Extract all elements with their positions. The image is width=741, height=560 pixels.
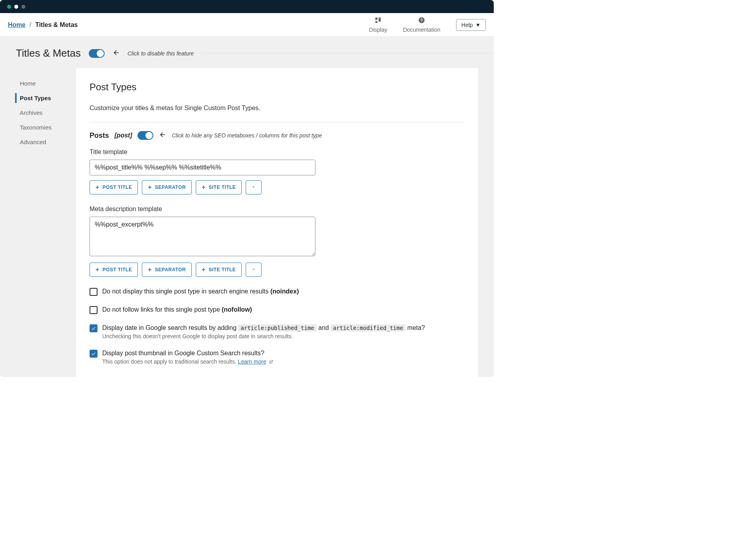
breadcrumb-current: Titles & Metas: [35, 21, 78, 29]
nofollow-checkbox-row: Do not follow links for this single post…: [90, 306, 464, 314]
svg-rect-1: [379, 17, 381, 22]
chevron-down-icon: ▼: [475, 22, 481, 28]
chip-label: POST TITLE: [103, 185, 132, 190]
posts-section-name: Posts: [90, 131, 109, 140]
date-code-published: article:published_time: [238, 324, 316, 331]
meta-description-label: Meta description template: [90, 206, 464, 213]
page-title: Titles & Metas: [16, 47, 81, 59]
date-checkbox-row: Display date in Google search results by…: [90, 324, 464, 339]
chip-label: SITE TITLE: [209, 185, 236, 190]
traffic-dot-green: [7, 5, 11, 9]
panel-divider: [90, 122, 464, 122]
sidenav-item-advanced[interactable]: Advanced: [0, 135, 76, 149]
help-icon: ?: [418, 17, 425, 25]
help-label: Help: [461, 22, 473, 28]
traffic-dot-grey: [21, 5, 25, 9]
svg-rect-2: [375, 21, 377, 23]
learn-more-link[interactable]: Learn more: [238, 358, 266, 365]
thumbnail-label: Display post thumbnail in Google Custom …: [102, 350, 273, 357]
noindex-checkbox[interactable]: [90, 288, 97, 296]
plus-icon: +: [202, 184, 206, 191]
noindex-label-text: Do not display this single post type in …: [102, 288, 270, 295]
chip-separator[interactable]: +SEPARATOR: [142, 180, 192, 194]
plus-icon: +: [148, 184, 152, 191]
posts-section-header: Posts [post] Click to hide any SEO metab…: [90, 131, 464, 140]
chip-expand[interactable]: [246, 263, 262, 277]
chip-label: POST TITLE: [103, 267, 132, 272]
toolbar-display-label: Display: [369, 27, 387, 33]
date-label-post: meta?: [405, 324, 425, 331]
chip-post-title[interactable]: +POST TITLE: [90, 263, 138, 277]
date-label-pre: Display date in Google search results by…: [102, 324, 238, 331]
title-chips: +POST TITLE +SEPARATOR +SITE TITLE: [90, 180, 464, 194]
thumbnail-checkbox[interactable]: [90, 350, 97, 358]
header-rule: [202, 53, 494, 53]
traffic-dot-white: [14, 5, 18, 9]
breadcrumb-home-link[interactable]: Home: [8, 21, 25, 29]
chip-label: SITE TITLE: [209, 267, 236, 272]
chevron-down-icon: [251, 185, 256, 190]
panel-description: Customize your titles & metas for Single…: [90, 105, 464, 112]
thumbnail-subnote: This option does not apply to traditiona…: [102, 358, 273, 365]
date-checkbox[interactable]: [90, 324, 97, 332]
sidenav-item-taxonomies[interactable]: Taxonomies: [0, 120, 76, 135]
nofollow-checkbox[interactable]: [90, 306, 97, 314]
window-titlebar: [0, 0, 494, 13]
chip-post-title[interactable]: +POST TITLE: [90, 180, 138, 194]
chip-label: SEPARATOR: [155, 267, 186, 272]
posts-toggle-hint: Click to hide any SEO metaboxes / column…: [172, 132, 322, 139]
display-icon: [374, 17, 382, 25]
arrow-left-icon: [113, 49, 120, 58]
plus-icon: +: [95, 184, 99, 191]
noindex-checkbox-row: Do not display this single post type in …: [90, 288, 464, 296]
nofollow-label-text: Do not follow links for this single post…: [102, 306, 222, 313]
chip-label: SEPARATOR: [155, 185, 186, 190]
help-dropdown-button[interactable]: Help ▼: [456, 19, 486, 31]
meta-chips: +POST TITLE +SEPARATOR +SITE TITLE: [90, 263, 464, 277]
external-link-icon: [268, 358, 273, 365]
main-panel: Post Types Customize your titles & metas…: [76, 68, 478, 377]
nofollow-label-bold: (nofollow): [222, 306, 252, 313]
toolbar: Home / Titles & Metas Display ? Document…: [0, 13, 494, 37]
noindex-label-bold: (noindex): [270, 288, 299, 295]
feature-toggle-hint: Click to disable this feature: [128, 50, 194, 57]
thumbnail-checkbox-row: Display post thumbnail in Google Custom …: [90, 350, 464, 365]
chip-separator[interactable]: +SEPARATOR: [142, 263, 192, 277]
breadcrumb-sep: /: [29, 21, 31, 29]
plus-icon: +: [202, 266, 206, 273]
svg-text:?: ?: [420, 18, 423, 23]
noindex-label: Do not display this single post type in …: [102, 288, 299, 295]
toolbar-documentation-button[interactable]: ? Documentation: [403, 17, 440, 33]
posts-toggle[interactable]: [138, 131, 153, 140]
arrow-left-icon: [159, 131, 166, 140]
thumbnail-subnote-text: This option does not apply to traditiona…: [102, 358, 238, 365]
title-template-label: Title template: [90, 149, 464, 156]
sidenav-item-post-types[interactable]: Post Types: [0, 91, 76, 105]
breadcrumb: Home / Titles & Metas: [8, 21, 78, 29]
toolbar-display-button[interactable]: Display: [369, 17, 387, 33]
meta-description-input[interactable]: %%post_excerpt%%: [90, 217, 315, 256]
plus-icon: +: [148, 266, 152, 273]
title-template-input[interactable]: [90, 160, 315, 175]
svg-rect-0: [375, 17, 377, 20]
sidenav-item-home[interactable]: Home: [0, 76, 76, 91]
plus-icon: +: [95, 266, 99, 273]
chip-site-title[interactable]: +SITE TITLE: [196, 180, 242, 194]
date-label: Display date in Google search results by…: [102, 324, 425, 331]
nofollow-label: Do not follow links for this single post…: [102, 306, 252, 313]
side-nav: Home Post Types Archives Taxonomies Adva…: [0, 68, 76, 377]
chip-site-title[interactable]: +SITE TITLE: [196, 263, 242, 277]
date-label-mid: and: [317, 324, 331, 331]
date-code-modified: article:modified_time: [330, 324, 405, 331]
panel-heading: Post Types: [90, 82, 464, 93]
chevron-down-icon: [251, 267, 256, 273]
posts-section-slug: [post]: [115, 132, 132, 139]
chip-expand[interactable]: [246, 180, 262, 194]
feature-toggle[interactable]: [89, 49, 105, 58]
date-subnote: Unchecking this doesn't prevent Google t…: [102, 333, 425, 339]
toolbar-documentation-label: Documentation: [403, 27, 440, 33]
sidenav-item-archives[interactable]: Archives: [0, 105, 76, 120]
